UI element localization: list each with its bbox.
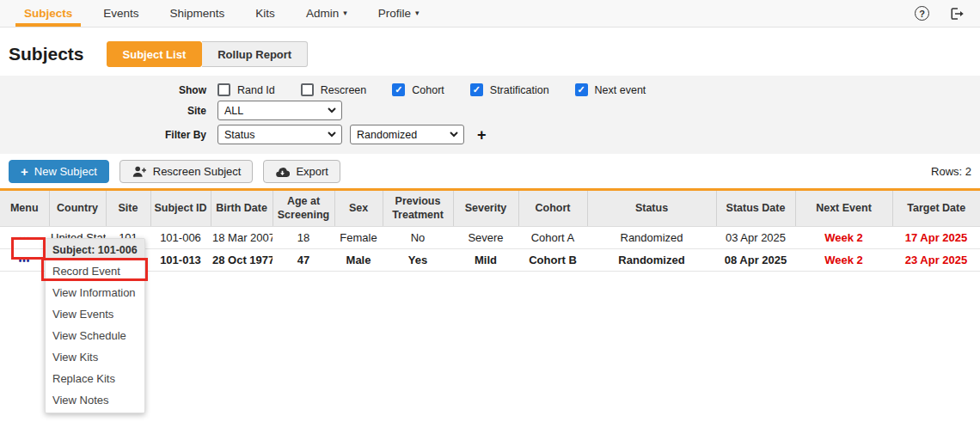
checkbox-cohort[interactable]: Cohort [392, 83, 444, 96]
col-menu: Menu [0, 190, 49, 227]
menu-item-view-schedule[interactable]: View Schedule [46, 325, 144, 346]
cell-sex: Male [334, 249, 383, 272]
menu-item-view-information[interactable]: View Information [46, 282, 144, 303]
filter-by-label: Filter By [0, 129, 217, 141]
cell-status-date: 08 Apr 2025 [716, 249, 795, 272]
cell-next-event: Week 2 [795, 227, 892, 249]
filter-field-select-wrap: Status [217, 125, 342, 144]
cell-status-date: 03 Apr 2025 [716, 227, 795, 249]
cell-target-date: 17 Apr 2025 [892, 227, 980, 249]
menu-item-view-events[interactable]: View Events [46, 303, 144, 325]
cell-cohort: Cohort B [518, 249, 587, 272]
menu-item-view-kits[interactable]: View Kits [46, 346, 144, 368]
col-subject-id: Subject ID [150, 190, 211, 227]
logout-icon[interactable] [948, 6, 965, 21]
cell-age: 18 [273, 227, 334, 249]
col-birth-date: Birth Date [211, 190, 273, 227]
nav-spacer [434, 0, 915, 27]
cell-severity: Severe [453, 227, 518, 249]
col-target-date: Target Date [892, 190, 980, 227]
checkbox-stratification[interactable]: Stratification [470, 83, 549, 96]
show-checkboxes: Rand Id Rescreen Cohort Stratification N… [217, 83, 671, 96]
next-event-checkbox[interactable] [575, 83, 588, 96]
top-navbar: Subjects Events Shipments Kits Admin▾ Pr… [0, 0, 980, 28]
cell-birth-date: 18 Mar 2007 [211, 227, 273, 249]
nav-item-profile[interactable]: Profile▾ [363, 0, 435, 27]
rand-id-checkbox[interactable] [217, 83, 230, 96]
plus-icon: + [21, 164, 28, 179]
page-title: Subjects [9, 44, 84, 64]
help-icon[interactable]: ? [915, 6, 929, 21]
rescreen-subject-button[interactable]: Rescreen Subject [119, 160, 254, 183]
col-site: Site [106, 190, 150, 227]
filter-panel: Show Rand Id Rescreen Cohort Stratificat… [0, 76, 980, 154]
export-button[interactable]: Export [263, 160, 340, 183]
col-severity: Severity [453, 190, 518, 227]
col-next-event: Next Event [795, 190, 892, 227]
col-prev-treatment: Previous Treatment [383, 190, 453, 227]
context-menu-header: Subject: 101-006 [46, 239, 144, 260]
actions-row: + New Subject Rescreen Subject Export Ro… [0, 154, 980, 188]
rescreen-checkbox[interactable] [301, 83, 314, 96]
nav-item-events[interactable]: Events [88, 0, 154, 27]
cell-next-event: Week 2 [795, 249, 892, 272]
menu-item-view-notes[interactable]: View Notes [46, 389, 144, 411]
cell-prev-treatment: Yes [383, 249, 453, 272]
subject-context-menu: Subject: 101-006 Record Event View Infor… [45, 238, 145, 413]
col-status: Status [587, 190, 716, 227]
checkbox-rand-id[interactable]: Rand Id [217, 83, 275, 96]
chevron-down-icon: ▾ [415, 9, 420, 17]
filter-value-select[interactable]: Randomized [350, 125, 464, 144]
checkbox-rescreen[interactable]: Rescreen [301, 83, 367, 96]
cell-sex: Female [334, 227, 383, 249]
cell-subject-id: 101-006 [150, 227, 211, 249]
page-header: Subjects Subject List Rollup Report [0, 28, 980, 76]
cell-prev-treatment: No [383, 227, 453, 249]
new-subject-button[interactable]: + New Subject [9, 160, 109, 183]
chevron-down-icon: ▾ [343, 9, 347, 17]
cell-age: 47 [273, 249, 334, 272]
col-cohort: Cohort [518, 190, 587, 227]
menu-item-record-event[interactable]: Record Event [46, 260, 144, 282]
cell-status: Randomized [587, 227, 716, 249]
col-status-date: Status Date [716, 190, 795, 227]
filter-field-select[interactable]: Status [217, 125, 342, 144]
filter-by-row: Filter By Status Randomized + [0, 125, 980, 144]
site-label: Site [0, 105, 217, 117]
nav-icons: ? [915, 0, 971, 27]
table-header: Menu Country Site Subject ID Birth Date … [0, 190, 980, 227]
tab-rollup-report[interactable]: Rollup Report [202, 41, 308, 67]
cell-subject-id: 101-013 [150, 249, 211, 272]
nav-item-subjects[interactable]: Subjects [9, 0, 88, 27]
tab-subject-list[interactable]: Subject List [107, 41, 203, 67]
menu-item-replace-kits[interactable]: Replace Kits [46, 368, 144, 389]
col-age: Age at Screening [273, 190, 334, 227]
table-row: ••• United States 101 101-006 18 Mar 200… [0, 227, 980, 249]
nav-item-kits[interactable]: Kits [240, 0, 291, 27]
nav-item-admin[interactable]: Admin▾ [291, 0, 363, 27]
cell-target-date: 23 Apr 2025 [892, 249, 980, 272]
col-country: Country [49, 190, 106, 227]
cell-birth-date: 28 Oct 1977 [211, 249, 273, 272]
view-tabs: Subject List Rollup Report [107, 41, 309, 67]
subjects-table: Menu Country Site Subject ID Birth Date … [0, 188, 980, 272]
cohort-checkbox[interactable] [392, 83, 405, 96]
site-select-wrap: ALL [217, 101, 342, 120]
add-filter-button[interactable]: + [477, 127, 487, 143]
col-sex: Sex [334, 190, 383, 227]
row-menu-button[interactable]: ••• [19, 234, 31, 243]
table-row: ••• 101-013 28 Oct 1977 47 Male Yes Mild… [0, 249, 980, 272]
stratification-checkbox[interactable] [470, 83, 483, 96]
site-filter-row: Site ALL [0, 101, 980, 120]
show-label: Show [0, 84, 217, 96]
nav-item-shipments[interactable]: Shipments [155, 0, 241, 27]
cell-severity: Mild [453, 249, 518, 272]
row-menu-button[interactable]: ••• [19, 256, 31, 266]
site-select[interactable]: ALL [217, 101, 342, 120]
cloud-download-icon [275, 166, 290, 177]
cell-status: Randomized [587, 249, 716, 272]
checkbox-next-event[interactable]: Next event [575, 83, 646, 96]
show-filter-row: Show Rand Id Rescreen Cohort Stratificat… [0, 83, 980, 96]
person-plus-icon [132, 165, 147, 178]
cell-cohort: Cohort A [518, 227, 587, 249]
